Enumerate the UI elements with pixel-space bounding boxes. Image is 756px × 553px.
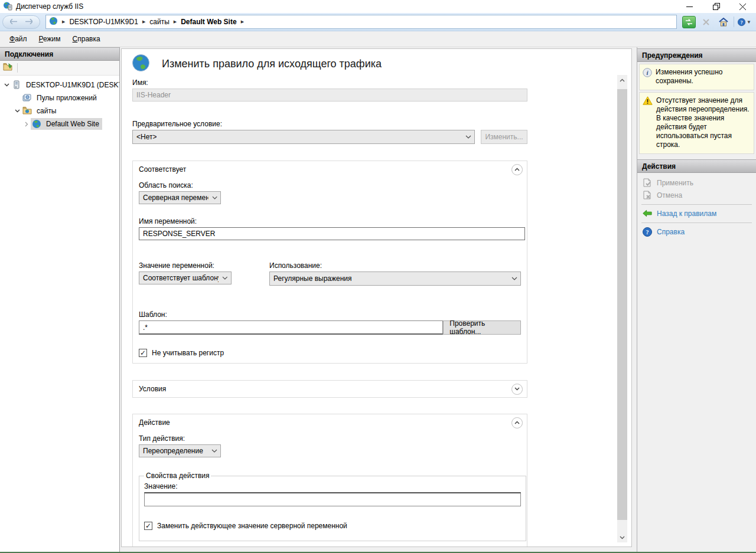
server-icon <box>12 80 22 90</box>
usage-value: Регулярные выражения <box>273 274 352 283</box>
actions-list: Применить Отмена <box>637 173 756 238</box>
svg-text:?: ? <box>646 229 649 235</box>
back-to-rules-label: Назад к правилам <box>657 210 716 218</box>
content-area: Изменить правило для исходящего трафика … <box>120 47 637 552</box>
breadcrumb-arrow-icon: ▶ <box>142 19 145 24</box>
scope-select[interactable]: Серверная переменн <box>139 191 221 204</box>
precondition-value: <Нет> <box>136 133 157 141</box>
alerts-header: Предупреждения <box>637 48 756 62</box>
actions-header: Действия <box>637 159 756 173</box>
svg-text:?: ? <box>740 19 742 25</box>
precondition-label: Предварительное условие: <box>132 120 631 128</box>
forward-icon[interactable] <box>25 18 32 26</box>
back-icon[interactable] <box>10 18 18 26</box>
expand-chevron-icon[interactable] <box>22 122 31 127</box>
breadcrumb-arrow-icon: ▶ <box>62 19 65 24</box>
menu-file[interactable]: Файл <box>4 32 33 45</box>
conditions-section-header[interactable]: Условия <box>133 381 527 397</box>
pattern-label: Шаблон: <box>139 310 521 319</box>
match-section-title: Соответствует <box>139 165 186 174</box>
back-arrow-icon <box>643 209 652 218</box>
collapse-chevron-icon[interactable] <box>2 83 11 87</box>
breadcrumb-item-sites[interactable]: сайты <box>149 18 170 26</box>
apply-icon <box>643 178 652 188</box>
page-globe-icon <box>132 54 150 74</box>
action-properties-group: Свойства действия Значение: ✓ Заменить д… <box>139 472 526 541</box>
home-icon[interactable] <box>716 16 730 28</box>
edit-precondition-button[interactable]: Изменить... <box>481 130 527 144</box>
tree-item-default-web-site-label: Default Web Site <box>44 119 101 129</box>
restore-button[interactable] <box>703 0 729 13</box>
website-globe-icon <box>32 119 42 129</box>
replace-value-checkbox[interactable]: ✓ <box>144 522 152 530</box>
apply-action[interactable]: Применить <box>637 176 756 189</box>
variable-value-select[interactable]: Соответствует шаблону <box>139 271 232 284</box>
scroll-up-icon[interactable] <box>617 75 627 85</box>
collapse-section-icon[interactable] <box>511 164 523 175</box>
variable-name-label: Имя переменной: <box>139 217 521 225</box>
help-circle-icon: ? <box>643 227 652 237</box>
ignore-case-checkbox[interactable]: ✓ <box>139 349 147 357</box>
pattern-input[interactable] <box>139 320 443 335</box>
replace-value-label: Заменить действующее значение серверной … <box>157 522 347 530</box>
scroll-down-icon[interactable] <box>617 532 627 542</box>
actions-separator <box>641 222 752 223</box>
menu-view[interactable]: Режим <box>33 32 67 45</box>
cancel-icon <box>643 191 652 200</box>
tree-item-app-pools-label: Пулы приложений <box>35 93 99 103</box>
scrollbar-thumb[interactable] <box>617 89 627 520</box>
help-dropdown-caret-icon[interactable]: ▼ <box>747 19 751 25</box>
action-value-input[interactable] <box>144 492 521 506</box>
action-type-select[interactable]: Переопределение <box>139 444 221 457</box>
precondition-select[interactable]: <Нет> <box>132 130 475 144</box>
stop-icon[interactable] <box>699 16 713 28</box>
close-button[interactable] <box>729 0 756 13</box>
breadcrumb: ▶ DESKTOP-U1MK9D1 ▶ сайты ▶ Default Web … <box>45 15 677 29</box>
chevron-down-icon <box>211 449 217 453</box>
action-section-header[interactable]: Действие <box>133 414 527 431</box>
action-section-title: Действие <box>139 418 170 427</box>
match-section-header[interactable]: Соответствует <box>133 161 527 178</box>
collapse-section-icon[interactable] <box>511 417 523 428</box>
breadcrumb-item-default-web-site[interactable]: Default Web Site <box>181 18 236 26</box>
warning-notice-text: Отсутствует значение для действия переоп… <box>656 96 751 149</box>
apply-label: Применить <box>657 179 693 187</box>
help-action[interactable]: ? Справка <box>637 225 756 238</box>
rule-name-input[interactable] <box>132 89 527 102</box>
tree-item-server[interactable]: DESKTOP-U1MK9D1 (DESKTOP <box>0 78 119 91</box>
refresh-icon[interactable] <box>682 16 696 28</box>
vertical-scrollbar[interactable] <box>617 75 627 542</box>
action-properties-legend: Свойства действия <box>144 472 211 480</box>
test-pattern-button[interactable]: Проверить шаблон... <box>443 320 521 335</box>
tree-item-app-pools[interactable]: Пулы приложений <box>0 91 119 104</box>
cancel-action[interactable]: Отмена <box>637 189 756 201</box>
variable-value-label: Значение переменной: <box>139 261 269 270</box>
connections-panel: Подключения <box>0 47 120 552</box>
expand-section-icon[interactable] <box>511 384 523 395</box>
help-icon[interactable]: ? ▼ <box>738 16 751 28</box>
iis-manager-window: Диспетчер служб IIS <box>0 0 756 553</box>
tree-item-sites-label: сайты <box>35 106 58 116</box>
minimize-button[interactable] <box>676 0 703 13</box>
tree-selection: Default Web Site <box>31 118 102 130</box>
action-type-label: Тип действия: <box>139 434 521 443</box>
back-to-rules-action[interactable]: Назад к правилам <box>637 207 756 220</box>
name-label: Имя: <box>132 78 631 87</box>
scope-label: Область поиска: <box>139 181 521 189</box>
variable-name-input[interactable] <box>139 227 525 240</box>
site-globe-icon[interactable] <box>49 17 58 27</box>
breadcrumb-item-server[interactable]: DESKTOP-U1MK9D1 <box>69 18 138 26</box>
page-title: Изменить правило для исходящего трафика <box>162 58 382 70</box>
chevron-down-icon <box>511 277 517 280</box>
save-connection-icon[interactable] <box>3 63 13 73</box>
edit-outbound-rule-page: Изменить правило для исходящего трафика … <box>121 48 632 547</box>
action-type-value: Переопределение <box>143 447 203 455</box>
collapse-chevron-icon[interactable] <box>13 109 21 113</box>
usage-select[interactable]: Регулярные выражения <box>269 271 521 286</box>
tree-item-default-web-site[interactable]: Default Web Site <box>0 117 119 130</box>
tree-item-sites[interactable]: сайты <box>0 104 119 117</box>
menu-help[interactable]: Справка <box>67 32 106 45</box>
application-pools-icon <box>22 93 32 103</box>
info-notice: i Изменения успешно сохранены. <box>639 64 754 90</box>
info-icon: i <box>643 68 652 86</box>
